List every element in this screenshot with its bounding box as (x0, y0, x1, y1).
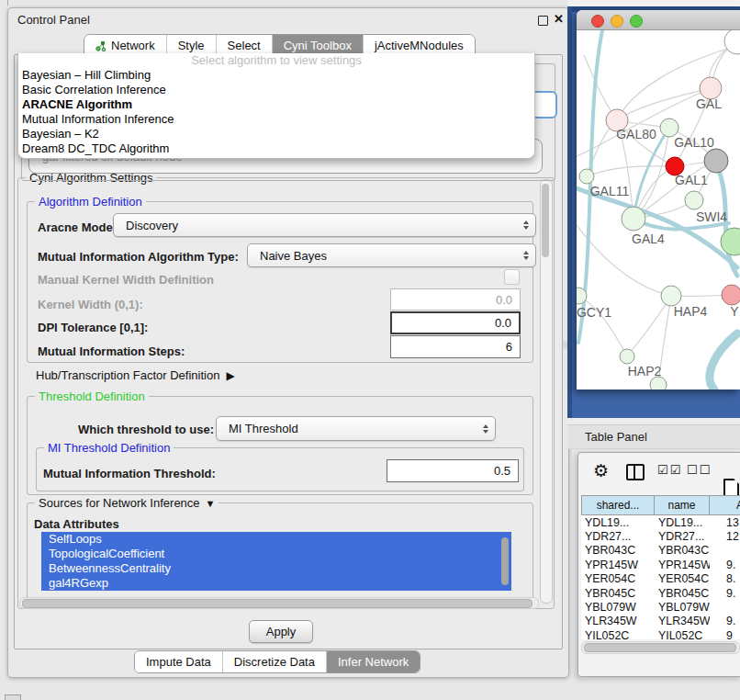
node-label-gcy1: GCY1 (577, 305, 611, 320)
dpi-tolerance-value: 0.0 (495, 316, 511, 330)
unchecked-boxes-icon[interactable]: ☐☐ (687, 463, 712, 477)
network-edge (577, 225, 671, 296)
algorithm-option-mutual-information-inference[interactable]: Mutual Information Inference (18, 112, 534, 127)
algorithm-option-dream8-dc-tdc-algorithm[interactable]: Dream8 DC_TDC Algorithm (18, 141, 534, 156)
algorithm-option-aracne-algorithm[interactable]: ARACNE Algorithm (18, 97, 534, 112)
which-threshold-label: Which threshold to use: (78, 423, 214, 436)
algorithm-combo-focused-button[interactable] (532, 91, 557, 119)
checked-boxes-icon[interactable]: ☑☑ (657, 463, 682, 477)
table-cell: YPR145W (655, 558, 710, 571)
gear-icon[interactable]: ⚙ (593, 462, 609, 480)
network-node (666, 157, 684, 175)
mi-threshold-field[interactable]: 0.5 (387, 459, 519, 482)
network-canvas[interactable]: GAL80GAL10GAL1GAL11SWI4GAL4GCY1HAP4YHAP2… (577, 30, 740, 390)
zoom-traffic-light-icon[interactable] (630, 15, 643, 28)
attribute-item-topologicalcoefficient[interactable]: TopologicalCoefficient (41, 547, 511, 561)
apply-button[interactable]: Apply (249, 620, 313, 643)
table-cell: YDR27... (655, 529, 710, 543)
table-cell (710, 544, 740, 558)
close-icon[interactable]: ✕ (554, 12, 564, 26)
minimized-window-icon[interactable] (5, 694, 21, 700)
which-threshold-value: MI Threshold (229, 422, 298, 435)
sources-title-row[interactable]: Sources for Network Inference ▼ (35, 496, 219, 510)
settings-horizontal-scrollbar[interactable] (19, 597, 539, 609)
column-header-a[interactable]: A (710, 495, 740, 515)
minimize-traffic-light-icon[interactable] (611, 15, 623, 28)
table-row[interactable]: YPR145WYPR145W9. (581, 558, 740, 571)
network-node (577, 288, 587, 304)
network-window-titlebar[interactable] (577, 10, 740, 30)
table-cell: 12 (710, 529, 740, 543)
which-threshold-combo[interactable]: MI Threshold (216, 416, 496, 441)
kernel-width-field[interactable]: 0.0 (390, 288, 521, 310)
mi-steps-field[interactable]: 6 (390, 335, 521, 358)
mi-type-combo[interactable]: Naive Bayes (247, 243, 536, 267)
spinner-arrows-icon (523, 251, 529, 260)
network-node (620, 349, 634, 364)
mi-steps-value: 6 (506, 340, 512, 354)
manual-kernel-checkbox[interactable] (504, 269, 520, 285)
tab-infer-network[interactable]: Infer Network (326, 651, 420, 672)
expander-open-icon: ▼ (206, 498, 216, 509)
table-row[interactable]: YBL079WYBL079W (581, 600, 740, 614)
network-node (661, 286, 681, 306)
apply-label: Apply (266, 625, 297, 638)
table-row[interactable]: YBR043CYBR043C (581, 544, 740, 558)
float-window-icon[interactable] (538, 16, 548, 26)
network-edge (633, 200, 694, 219)
columns-icon[interactable] (626, 464, 645, 480)
mi-type-label: Mutual Information Algorithm Type: (38, 250, 239, 264)
network-edge-highlight (577, 188, 737, 267)
attr-list-vscroll-thumb[interactable] (501, 537, 509, 585)
hub-definition-expander[interactable]: Hub/Transcription Factor Definition ▶ (36, 368, 235, 382)
settings-hscroll-thumb[interactable] (22, 599, 533, 608)
network-edge-highlight (716, 164, 737, 276)
dpi-tolerance-field[interactable]: 0.0 (390, 311, 521, 334)
table-cell: YIL052C (581, 628, 655, 639)
table-row[interactable]: YER054CYER054C8. (581, 572, 740, 586)
table-cell: YIL052C (655, 628, 710, 639)
attribute-item-gal4rgexp[interactable]: gal4RGexp (41, 576, 511, 591)
desktop-left-shadow (567, 6, 572, 418)
table-cell: YLR345W (581, 615, 655, 628)
settings-vertical-scrollbar[interactable] (540, 179, 553, 604)
table-row[interactable]: YBR045CYBR045C9. (581, 586, 740, 600)
table-cell: YBR045C (655, 586, 710, 600)
algorithm-definition-title: Algorithm Definition (35, 195, 146, 209)
attribute-item-selfloops[interactable]: SelfLoops (41, 532, 511, 547)
table-row[interactable]: YIL052CYIL052C9 (581, 628, 740, 639)
column-header-shared[interactable]: shared... (581, 495, 655, 515)
expander-collapsed-icon: ▶ (226, 369, 234, 382)
table-row[interactable]: YLR345WYLR345W9. (581, 615, 740, 628)
algorithm-option-bayesian-k2[interactable]: Bayesian – K2 (18, 127, 534, 141)
tab-impute-data[interactable]: Impute Data (135, 651, 222, 672)
settings-vscroll-thumb[interactable] (542, 184, 549, 257)
aracne-mode-combo[interactable]: Discovery (113, 213, 536, 237)
node-label-gal4: GAL4 (632, 231, 665, 246)
tab-discretize-data[interactable]: Discretize Data (222, 651, 326, 672)
network-view-window: GAL80GAL10GAL1GAL11SWI4GAL4GCY1HAP4YHAP2… (577, 10, 740, 390)
table-hscroll-thumb[interactable] (584, 643, 736, 652)
algorithm-dropdown-popup: Select algorithm to view settings Bayesi… (17, 53, 535, 159)
table-cell: 9. (710, 615, 740, 628)
network-icon (95, 40, 107, 51)
control-panel-window: Control Panel ✕ NetworkStyleSelectCyni T… (7, 7, 569, 678)
close-traffic-light-icon[interactable] (591, 15, 604, 28)
algorithm-option-bayesian-hill-climbing[interactable]: Bayesian – Hill Climbing (18, 68, 534, 83)
algorithm-option-basic-correlation-inference[interactable]: Basic Correlation Inference (18, 83, 534, 97)
network-edge (675, 88, 711, 166)
app-top-strip (567, 0, 740, 6)
dropdown-prompt: Select algorithm to view settings (18, 53, 534, 68)
column-header-name[interactable]: name (655, 495, 710, 515)
table-row[interactable]: YDL19...YDL19...13 (581, 515, 740, 529)
table-horizontal-scrollbar[interactable] (581, 641, 740, 654)
network-node (704, 149, 728, 173)
table-cell: YER054C (581, 572, 655, 586)
table-cell: YDL19... (581, 515, 655, 529)
table-cell: YDR27... (581, 529, 655, 543)
attribute-item-betweennesscentrality[interactable]: BetweennessCentrality (41, 561, 511, 576)
table-cell: YDL19... (655, 515, 710, 529)
bottom-tabbar: Impute DataDiscretize DataInfer Network (134, 650, 420, 673)
table-row[interactable]: YDR27...YDR27...12 (581, 529, 740, 543)
manual-kernel-label: Manual Kernel Width Definition (38, 273, 214, 287)
